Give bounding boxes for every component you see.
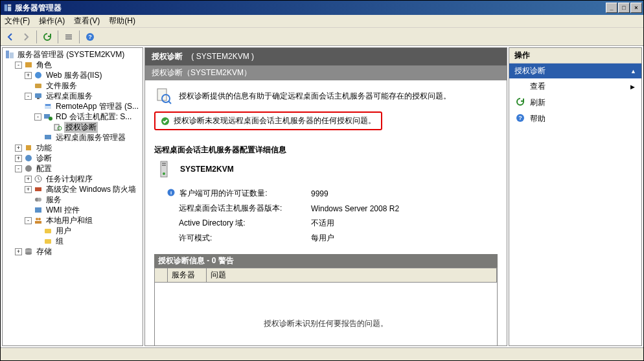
folder-icon (43, 237, 52, 246)
svg-rect-34 (45, 239, 51, 244)
main-window: 服务器管理器 _ □ × 文件(F) 操作(A) 查看(V) 帮助(H) ? (0, 0, 644, 361)
action-view[interactable]: 查看 ▶ (509, 78, 641, 95)
svg-rect-14 (37, 98, 40, 99)
licmode-label: 许可模式: (167, 231, 310, 245)
svg-rect-33 (45, 229, 51, 233)
tree-node-groups[interactable]: 组 (5, 236, 141, 246)
diagnostic-icon (154, 87, 172, 105)
remoteapp-icon (43, 102, 52, 111)
back-button[interactable] (3, 30, 17, 44)
section-title: 远程桌面会话主机服务器配置详细信息 (154, 145, 498, 156)
svg-point-37 (25, 252, 32, 255)
svg-rect-1 (8, 6, 11, 11)
tree-node-web[interactable]: + Web 服务器(IIS) (5, 70, 141, 80)
licdiag-icon (53, 122, 62, 132)
svg-rect-29 (35, 207, 41, 213)
forward-button[interactable] (19, 30, 33, 44)
action-help-label: 帮助 (530, 113, 546, 124)
expand-icon[interactable]: + (15, 145, 22, 152)
svg-point-18 (49, 117, 52, 121)
services-icon (34, 195, 43, 204)
grid-col-icon[interactable] (155, 268, 168, 282)
tree-node-wmi[interactable]: WMI 控件 (5, 205, 141, 215)
svg-point-30 (36, 218, 38, 220)
actions-band-label: 授权诊断 (514, 65, 546, 76)
action-refresh[interactable]: 刷新 (509, 95, 641, 111)
collapse-icon[interactable]: - (34, 113, 41, 121)
minimize-button[interactable]: _ (606, 3, 617, 13)
svg-rect-26 (35, 187, 41, 191)
scheduler-icon (34, 174, 43, 183)
view-list-button[interactable] (62, 30, 76, 44)
tree-node-users[interactable]: 用户 (5, 226, 141, 236)
menu-view[interactable]: 查看(V) (74, 16, 100, 27)
grid-col-server[interactable]: 服务器 (168, 268, 207, 282)
config-table: i 客户端可用的许可证数量: 9999 远程桌面会话主机服务器版本: Windo… (166, 185, 400, 246)
rdconfig-icon (43, 112, 52, 121)
tree-node-scheduler[interactable]: + 任务计划程序 (5, 174, 141, 184)
licmode-value: 每用户 (311, 231, 399, 245)
collapse-icon[interactable]: - (15, 165, 22, 172)
svg-point-23 (25, 155, 32, 161)
collapse-arrow-icon[interactable]: ▲ (630, 68, 636, 75)
tree-node-rds[interactable]: - 远程桌面服务 (5, 91, 141, 101)
separator (58, 30, 58, 43)
row-ad: Active Directory 域: 不适用 (167, 216, 399, 230)
tree-pane[interactable]: 服务器管理器 (SYSTEM2KVM) - 角色 + Web 服务器(IIS) … (2, 47, 143, 346)
ad-label: Active Directory 域: (167, 216, 310, 230)
menu-action[interactable]: 操作(A) (39, 16, 65, 27)
server-icon (154, 159, 174, 179)
tree-node-rdconfig[interactable]: - RD 会话主机配置: S... (5, 111, 141, 122)
action-view-label: 查看 (530, 81, 625, 92)
svg-rect-9 (10, 52, 14, 58)
expand-icon[interactable]: + (25, 186, 32, 193)
menu-help[interactable]: 帮助(H) (109, 16, 135, 27)
maximize-button[interactable]: □ (618, 3, 630, 13)
svg-point-31 (38, 218, 41, 220)
grid-body: 授权诊断未识别任何要报告的问题。 (155, 283, 497, 345)
close-button[interactable]: × (630, 3, 642, 13)
tree-node-features[interactable]: + 功能 (5, 143, 141, 153)
tree-node-roles[interactable]: - 角色 (5, 60, 141, 70)
expand-icon[interactable]: + (15, 248, 22, 255)
details-body[interactable]: 授权诊断提供的信息有助于确定远程桌面会话主机服务器可能存在的授权问题。 授权诊断… (145, 80, 507, 345)
actions-band: 授权诊断 ▲ (509, 64, 641, 78)
server-block: SYSTEM2KVM (154, 159, 498, 179)
collapse-icon[interactable]: - (25, 93, 32, 100)
refresh-toolbar-button[interactable] (40, 30, 54, 44)
tree-node-remoteapp[interactable]: RemoteApp 管理器 (S... (5, 101, 141, 111)
svg-rect-2 (8, 5, 11, 6)
tree-node-licdiag[interactable]: 授权诊断 (5, 122, 141, 132)
menu-file[interactable]: 文件(F) (5, 16, 30, 27)
svg-rect-22 (26, 145, 31, 150)
firewall-icon (34, 185, 43, 194)
intro-row: 授权诊断提供的信息有助于确定远程桌面会话主机服务器可能存在的授权问题。 (154, 87, 498, 105)
tree-node-storage[interactable]: + 存储 (5, 246, 141, 257)
svg-rect-12 (35, 84, 41, 88)
info-icon: i (167, 189, 175, 198)
expand-icon[interactable]: + (25, 176, 32, 183)
svg-rect-3 (65, 34, 72, 36)
action-help[interactable]: ? 帮助 (509, 111, 641, 127)
svg-rect-10 (25, 62, 32, 67)
version-label: 远程桌面会话主机服务器版本: (167, 202, 310, 215)
tree-node-root[interactable]: 服务器管理器 (SYSTEM2KVM) (5, 49, 141, 60)
tree-node-fileservice[interactable]: 文件服务 (5, 80, 141, 91)
tree-node-rdsmgr[interactable]: 远程桌面服务管理器 (5, 132, 141, 143)
svg-rect-5 (65, 38, 72, 40)
tree-node-diagnostics[interactable]: + 诊断 (5, 153, 141, 163)
tree-node-config[interactable]: - 配置 (5, 163, 141, 174)
help-toolbar-button[interactable]: ? (83, 30, 97, 44)
grid-empty-text: 授权诊断未识别任何要报告的问题。 (264, 318, 388, 329)
tree-node-firewall[interactable]: + 高级安全 Windows 防火墙 (5, 184, 141, 194)
status-box: 授权诊断未发现远程桌面会话主机服务器的任何授权问题。 (154, 111, 382, 130)
collapse-icon[interactable]: - (15, 62, 22, 69)
svg-rect-8 (6, 51, 9, 58)
svg-point-45 (163, 172, 165, 175)
grid-col-problem[interactable]: 问题 (207, 268, 497, 282)
tree-node-services[interactable]: 服务 (5, 194, 141, 205)
expand-icon[interactable]: + (25, 72, 32, 79)
expand-icon[interactable]: + (15, 155, 22, 162)
collapse-icon[interactable]: - (25, 217, 32, 224)
tree-node-lusrmgr[interactable]: - 本地用户和组 (5, 215, 141, 226)
